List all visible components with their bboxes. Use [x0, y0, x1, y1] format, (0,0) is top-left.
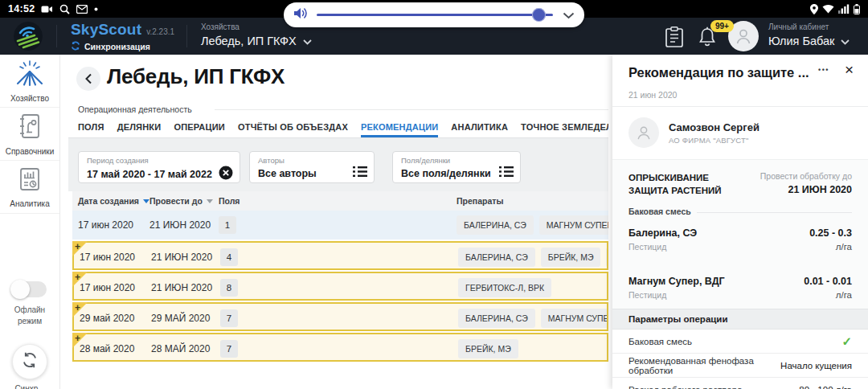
operation-block: ОПРЫСКИВАНИЕ ЗАЩИТА РАСТЕНИЙ Провести об…: [612, 159, 868, 309]
offline-mode-label: Офлайн режим: [9, 305, 51, 326]
product-chip: ГЕРБИТОКС-Л, ВРК: [458, 278, 551, 297]
list-select-icon: [499, 166, 514, 181]
panel-title: Рекомендация по защите ...: [628, 65, 815, 80]
product-chips: БАЛЕРИНА, СЭ МАГНУМ СУПЕР, ВДГ: [458, 309, 607, 328]
operation-type: ОПРЫСКИВАНИЕ ЗАЩИТА РАСТЕНИЙ: [628, 171, 722, 197]
wifi-icon: [822, 4, 834, 14]
notification-dot-icon: [94, 7, 98, 11]
product-chip: БРЕЙК, МЭ: [541, 248, 601, 267]
product-name: Балерина, СЭ: [628, 227, 697, 239]
account-menu[interactable]: Личный кабинет Юлия Бабак: [768, 23, 850, 48]
product-chip: БРЕЙК, МЭ: [458, 339, 518, 358]
recommendation-row[interactable]: + 17 июн 2020 21 ИЮН 2020 4 БАЛЕРИНА, СЭ…: [72, 241, 608, 270]
product-chip: БАЛЕРИНА, СЭ: [457, 215, 534, 235]
tab-precision-farming[interactable]: ТОЧНОЕ ЗЕМЛЕДЕЛИЕ: [521, 117, 608, 137]
filter-label: Поля/делянки: [401, 156, 514, 165]
param-label: Расход рабочего раствора: [628, 385, 743, 389]
due-date: 28 МАЙ 2020: [151, 334, 210, 363]
volume-slider[interactable]: [317, 8, 553, 22]
manual-sync-label: Синхр...: [0, 384, 59, 389]
speaker-icon[interactable]: [293, 6, 309, 23]
tab-scouting-reports[interactable]: ОТЧЁТЫ ОБ ОБЪЕЗДАХ: [238, 117, 348, 137]
product-category: Пестицид: [628, 290, 666, 300]
sync-status-icon: [71, 39, 80, 54]
filter-value: 17 май 2020 - 17 май 2022: [87, 169, 212, 180]
created-date: 17 июн 2020: [80, 273, 135, 302]
fields-filter[interactable]: Поля/делянки Все поля/делянки: [392, 151, 521, 183]
sort-desc-icon: [143, 199, 149, 203]
header-divider: [186, 25, 187, 47]
created-date: 29 май 2020: [80, 304, 134, 333]
divider: [697, 212, 852, 213]
app-screen: 14:52: [0, 0, 868, 389]
recommendation-row[interactable]: + 29 май 2020 29 МАЙ 2020 7 БАЛЕРИНА, СЭ…: [72, 302, 608, 331]
manual-sync-button[interactable]: [12, 344, 47, 379]
product-chips: БРЕЙК, МЭ: [458, 339, 607, 358]
table-header: Дата создания Провести до Поля Препараты: [72, 191, 608, 211]
sidebar-item-label: Аналитика: [10, 199, 50, 208]
param-label: Баковая смесь: [628, 337, 692, 346]
due-date: 21 ИЮН 2020: [788, 184, 852, 195]
close-icon[interactable]: ×: [845, 61, 854, 79]
recommendation-row[interactable]: + 17 июн 2020 21 ИЮН 2020 8 ГЕРБИТОКС-Л,…: [72, 272, 608, 301]
fields-count-chip: 7: [220, 340, 238, 358]
volume-expand-chevron-icon[interactable]: [563, 8, 575, 23]
clock: 14:52: [8, 3, 35, 14]
filter-value: Все авторы: [258, 168, 317, 179]
offline-mode-block: Офлайн режим: [0, 281, 59, 326]
authors-filter[interactable]: Авторы Все авторы: [249, 151, 375, 183]
param-row-phenophase: Рекомендованная фенофаза обработки Начал…: [612, 354, 868, 378]
tab-fields[interactable]: ПОЛЯ: [78, 117, 104, 137]
column-header-due[interactable]: Провести до: [149, 191, 213, 211]
more-options-icon[interactable]: •••: [818, 66, 829, 74]
period-filter[interactable]: Период создания 17 май 2020 - 17 май 202…: [78, 151, 240, 183]
filter-value: Все поля/делянки: [401, 168, 491, 179]
due-date: 29 МАЙ 2020: [151, 304, 210, 333]
due-date: 21 ИЮН 2020: [151, 273, 212, 302]
panel-date: 21 июн 2020: [628, 90, 677, 100]
sidebar-item-farm[interactable]: Хозяйство: [0, 55, 59, 108]
offline-mode-toggle[interactable]: [13, 281, 47, 297]
due-date: 21 ИЮН 2020: [151, 243, 212, 272]
column-header-created[interactable]: Дата создания: [78, 191, 149, 211]
plus-icon: +: [75, 241, 80, 252]
author-name: Самозвон Сергей: [669, 121, 760, 133]
tab-analytics[interactable]: АНАЛИТИКА: [451, 117, 508, 137]
clear-filter-icon[interactable]: [219, 166, 233, 183]
sidebar-item-references[interactable]: Справочники: [0, 108, 59, 161]
author-company: АО ФИРМА "АВГУСТ": [669, 136, 749, 145]
app-version: v.2.23.1: [146, 27, 174, 36]
refresh-icon: [21, 351, 39, 372]
tab-recommendations[interactable]: РЕКОМЕНДАЦИИ: [361, 117, 438, 137]
product-chip: БАЛЕРИНА, СЭ: [458, 248, 535, 267]
field-icon: [15, 59, 44, 90]
recommendation-row[interactable]: + 28 май 2020 28 МАЙ 2020 7 БРЕЙК, МЭ: [72, 333, 608, 362]
volume-thumb[interactable]: [532, 8, 546, 22]
tasks-clipboard-button[interactable]: [665, 27, 683, 51]
tab-operations[interactable]: ОПЕРАЦИИ: [174, 117, 225, 137]
product-unit: л/га: [836, 242, 852, 252]
back-button[interactable]: [76, 67, 100, 91]
param-value: 80 - 100 л/га: [799, 385, 852, 389]
sidebar-item-analytics[interactable]: Аналитика: [0, 161, 59, 214]
tab-bar: ПОЛЯ ДЕЛЯНКИ ОПЕРАЦИИ ОТЧЁТЫ ОБ ОБЪЕЗДАХ…: [68, 117, 608, 138]
column-header-products: Препараты: [457, 191, 503, 211]
product-chip: МАГНУМ СУПЕР, ВДГ: [606, 248, 607, 267]
main-content: Лебедь, ИП ГКФХ Операционная деятельност…: [60, 55, 608, 389]
battery-icon: [854, 4, 860, 14]
filter-bar: Период создания 17 май 2020 - 17 май 202…: [68, 138, 608, 191]
section-label: Операционная деятельность: [78, 104, 192, 114]
notifications-count-badge: 99+: [710, 20, 734, 32]
tab-plots[interactable]: ДЕЛЯНКИ: [117, 117, 162, 137]
product-chips: БАЛЕРИНА, СЭ БРЕЙК, МЭ МАГНУМ СУПЕР, ВДГ: [458, 248, 607, 267]
chevron-down-icon: [303, 34, 312, 48]
header-divider: [56, 25, 57, 47]
author-avatar: [628, 117, 659, 148]
filter-label: Период создания: [87, 156, 233, 165]
brand-block: SkyScout v.2.23.1 Синхронизация: [71, 21, 174, 54]
product-chip: БАЛЕРИНА, СЭ: [458, 309, 535, 328]
product-name: Магнум Супер, ВДГ: [628, 276, 725, 287]
recommendation-row[interactable]: 17 июн 2020 21 ИЮН 2020 1 БАЛЕРИНА, СЭ М…: [72, 211, 608, 240]
created-date: 17 июн 2020: [78, 211, 133, 240]
plus-icon: +: [75, 333, 80, 344]
